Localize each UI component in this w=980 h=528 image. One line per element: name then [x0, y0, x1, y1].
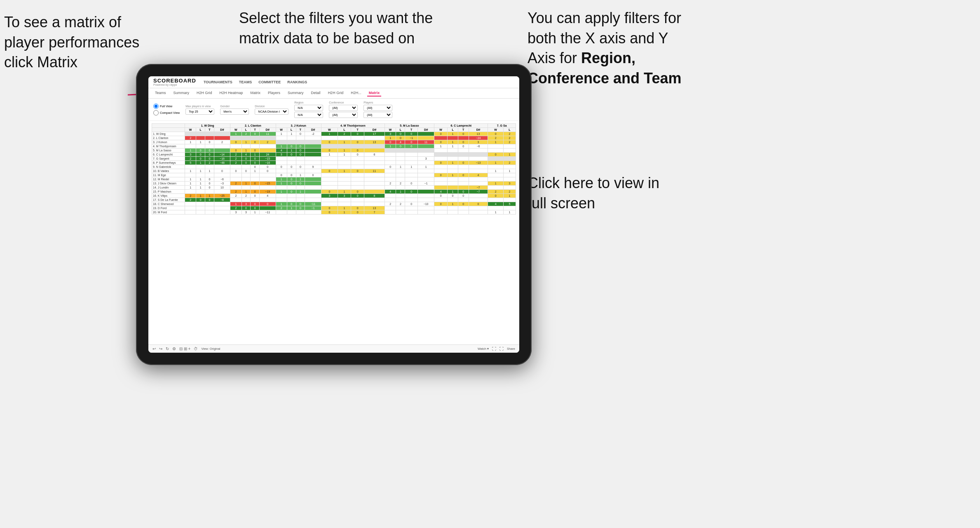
players-select[interactable]: (All)	[363, 105, 392, 111]
subnav-h2h-heatmap[interactable]: H2H Heatmap	[218, 90, 245, 97]
cell-r6-c2-3	[305, 157, 321, 161]
nav-teams[interactable]: TEAMS	[239, 80, 252, 84]
cell-r9-c4-0	[384, 169, 396, 173]
cell-r8-c5-0	[434, 165, 448, 169]
undo-button[interactable]: ↩	[152, 346, 156, 351]
subnav-summary2[interactable]: Summary	[286, 90, 305, 97]
cell-r5-c1-2: 1	[251, 153, 260, 157]
region-label: Region	[294, 101, 323, 104]
compact-view-label[interactable]: Compact View	[153, 110, 180, 116]
sub-col-d4: Dif	[364, 128, 385, 132]
subnav-matrix-active[interactable]: Matrix	[367, 90, 382, 97]
nav-rankings[interactable]: RANKINGS	[287, 80, 307, 84]
cell-r2-c0-3: 2	[214, 140, 230, 144]
cell-r0-c4-3	[418, 132, 434, 136]
cell-r12-c2-2: 0	[296, 182, 305, 186]
subnav-h2h-grid2[interactable]: H2H Grid	[326, 90, 345, 97]
cell-r2-c2-1	[287, 140, 296, 144]
full-view-label[interactable]: Full View	[153, 104, 180, 109]
cell-r6-c2-0	[276, 157, 287, 161]
nav-committee[interactable]: COMMITTEE	[258, 80, 281, 84]
cell-r18-c5-2	[458, 206, 469, 210]
full-view-radio[interactable]	[153, 104, 159, 109]
nav-tournaments[interactable]: TOURNAMENTS	[204, 80, 232, 84]
fullscreen-button[interactable]: ⛶	[499, 346, 504, 351]
cell-r7-c5-2: 0	[458, 161, 469, 165]
sub-col-w3: W	[276, 128, 287, 132]
cell-r0-c0-3	[214, 132, 230, 136]
share-button[interactable]: Share	[507, 347, 515, 351]
cell-r7-c6-1: 2	[503, 161, 516, 165]
cell-r0-c4-0: 3	[384, 132, 396, 136]
col-header-3: 3. J Koivun	[276, 124, 321, 128]
sub-col-d1: Dif	[214, 128, 230, 132]
screen-options[interactable]: ⛶	[492, 346, 496, 351]
cell-r13-c5-3: −7	[469, 186, 488, 190]
subnav-teams[interactable]: Teams	[153, 90, 168, 97]
cell-r10-c2-0: 0	[276, 173, 287, 177]
cell-r11-c6-0	[488, 177, 503, 182]
cell-r11-c0-0: 1	[185, 177, 196, 182]
cell-r18-c1-0: 2	[230, 206, 241, 210]
subnav-h2h2[interactable]: H2H...	[349, 90, 363, 97]
subnav-summary[interactable]: Summary	[172, 90, 191, 97]
refresh-button[interactable]: ↻	[166, 346, 169, 351]
cell-r16-c3-2	[351, 198, 364, 202]
cell-r18-c1-2: 0	[251, 206, 260, 210]
watch-button[interactable]: Watch ▾	[478, 347, 489, 351]
settings-button[interactable]: ⚙	[172, 346, 176, 351]
cell-r8-c3-3	[364, 165, 385, 169]
cell-r0-c0-1	[196, 132, 205, 136]
cell-r8-c6-0	[488, 165, 503, 169]
conference-select[interactable]: (All)	[329, 105, 358, 111]
cell-r10-c3-1	[338, 173, 351, 177]
cell-r8-c4-0: 0	[384, 165, 396, 169]
cell-r17-c3-2	[351, 202, 364, 206]
region-select[interactable]: N/A	[294, 105, 323, 111]
cell-r18-c1-3	[260, 206, 276, 210]
cell-r4-c4-1	[396, 148, 405, 153]
division-select[interactable]: NCAA Division I	[255, 108, 288, 115]
timer-button[interactable]: ⏱	[194, 346, 198, 351]
cell-r5-c0-0: 3	[185, 153, 196, 157]
conference-select2[interactable]: (All)	[329, 112, 358, 118]
cell-r19-c4-1	[396, 210, 405, 214]
cell-r9-c0-1: 1	[196, 169, 205, 173]
cell-r10-c0-0	[185, 173, 196, 177]
cell-r4-c6-0	[488, 148, 503, 153]
cell-r18-c4-2	[405, 206, 418, 210]
cell-r5-c5-1	[448, 153, 458, 157]
gender-label: Gender	[220, 105, 249, 108]
cell-r0-c5-2: 0	[458, 132, 469, 136]
subnav-h2h-grid[interactable]: H2H Grid	[195, 90, 214, 97]
cell-r2-c5-3: 3	[469, 140, 488, 144]
cell-r14-c6-1: 2	[503, 190, 516, 194]
cell-r7-c0-2: 2	[205, 161, 214, 165]
players-select2[interactable]: (All)	[363, 112, 392, 118]
redo-button[interactable]: ↪	[159, 346, 162, 351]
subnav-detail[interactable]: Detail	[309, 90, 322, 97]
cell-r6-c4-1	[396, 157, 405, 161]
cell-r19-c5-1	[448, 210, 458, 214]
cell-r19-c3-2: 0	[351, 210, 364, 214]
cell-r14-c2-0: 1	[276, 190, 287, 194]
cell-r7-c5-1: 1	[448, 161, 458, 165]
subnav-players[interactable]: Players	[266, 90, 282, 97]
cell-r13-c5-2	[458, 186, 469, 190]
subnav-matrix[interactable]: Matrix	[249, 90, 263, 97]
matrix-content[interactable]: 1. W Ding 2. L Clanton 3. J Koivun 4. M …	[148, 121, 519, 344]
cell-r8-c0-2	[205, 165, 214, 169]
compact-view-radio[interactable]	[153, 110, 159, 116]
region-select2[interactable]: N/A	[294, 112, 323, 118]
gender-select[interactable]: Men's	[220, 108, 249, 115]
cell-r19-c2-0	[276, 210, 287, 214]
cell-r19-c1-3: −11	[260, 210, 276, 214]
zoom-controls[interactable]: ⊟ ⊞ +	[179, 346, 190, 351]
scoreboard-header: SCOREBOARD Powered by clippd TOURNAMENTS…	[148, 76, 519, 88]
cell-r11-c1-1	[241, 177, 251, 182]
max-players-select[interactable]: Top 25	[185, 108, 214, 115]
tablet-screen: SCOREBOARD Powered by clippd TOURNAMENTS…	[148, 76, 519, 353]
cell-r2-c4-0: 0	[384, 140, 396, 144]
cell-r14-c3-3	[364, 190, 385, 194]
cell-r7-c1-2: 0	[251, 161, 260, 165]
